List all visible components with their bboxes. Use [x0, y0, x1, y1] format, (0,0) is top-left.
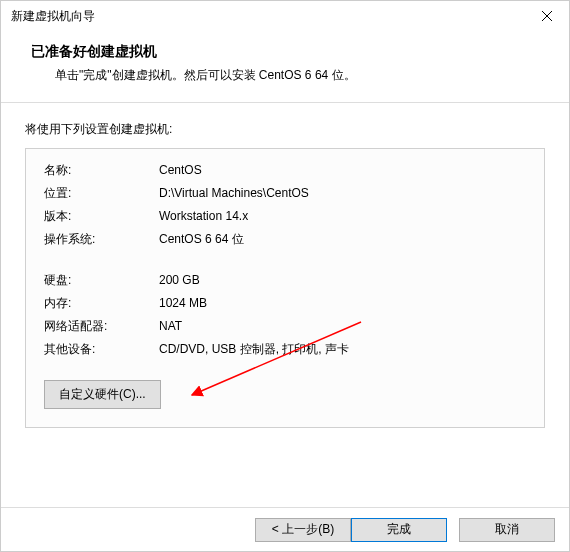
finish-button[interactable]: 完成: [351, 518, 447, 542]
prop-row-memory: 内存: 1024 MB: [44, 294, 526, 313]
close-button[interactable]: [524, 1, 569, 31]
prop-value: Workstation 14.x: [159, 207, 526, 226]
prop-label: 名称:: [44, 161, 159, 180]
wizard-header: 已准备好创建虚拟机 单击"完成"创建虚拟机。然后可以安装 CentOS 6 64…: [1, 31, 569, 102]
page-description: 单击"完成"创建虚拟机。然后可以安装 CentOS 6 64 位。: [31, 67, 539, 84]
close-icon: [542, 11, 552, 21]
back-button[interactable]: < 上一步(B): [255, 518, 351, 542]
prop-row-os: 操作系统: CentOS 6 64 位: [44, 230, 526, 249]
window-title: 新建虚拟机向导: [11, 8, 95, 25]
prop-label: 硬盘:: [44, 271, 159, 290]
prop-value: CentOS 6 64 位: [159, 230, 526, 249]
prop-label: 网络适配器:: [44, 317, 159, 336]
prop-label: 内存:: [44, 294, 159, 313]
prop-label: 版本:: [44, 207, 159, 226]
prop-value: CD/DVD, USB 控制器, 打印机, 声卡: [159, 340, 526, 359]
prop-label: 其他设备:: [44, 340, 159, 359]
cancel-button[interactable]: 取消: [459, 518, 555, 542]
wizard-footer: < 上一步(B) 完成 取消: [1, 507, 569, 551]
prop-row-network: 网络适配器: NAT: [44, 317, 526, 336]
prop-row-version: 版本: Workstation 14.x: [44, 207, 526, 226]
prop-row-disk: 硬盘: 200 GB: [44, 271, 526, 290]
prop-row-other: 其他设备: CD/DVD, USB 控制器, 打印机, 声卡: [44, 340, 526, 359]
titlebar: 新建虚拟机向导: [1, 1, 569, 31]
prop-row-name: 名称: CentOS: [44, 161, 526, 180]
prop-value: CentOS: [159, 161, 526, 180]
customize-hardware-button[interactable]: 自定义硬件(C)...: [44, 380, 161, 409]
prop-label: 位置:: [44, 184, 159, 203]
prop-row-location: 位置: D:\Virtual Machines\CentOS: [44, 184, 526, 203]
prop-label: 操作系统:: [44, 230, 159, 249]
prop-value: NAT: [159, 317, 526, 336]
prop-value: 200 GB: [159, 271, 526, 290]
prop-value: 1024 MB: [159, 294, 526, 313]
page-title: 已准备好创建虚拟机: [31, 43, 539, 61]
settings-label: 将使用下列设置创建虚拟机:: [25, 121, 545, 138]
content-area: 将使用下列设置创建虚拟机: 名称: CentOS 位置: D:\Virtual …: [1, 103, 569, 428]
prop-value: D:\Virtual Machines\CentOS: [159, 184, 526, 203]
settings-summary-box: 名称: CentOS 位置: D:\Virtual Machines\CentO…: [25, 148, 545, 428]
